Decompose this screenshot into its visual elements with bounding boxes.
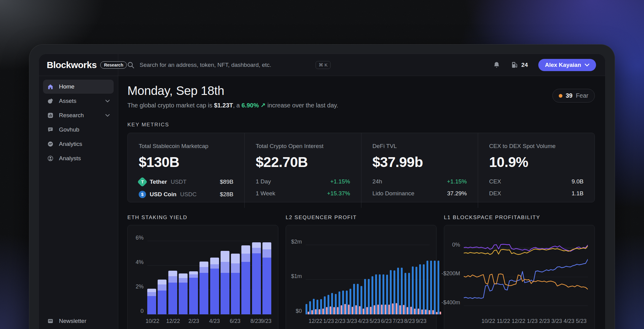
- x-axis-tick: 3/23: [551, 318, 562, 324]
- x-axis-tick: 8/23: [251, 318, 261, 324]
- metric-row-label: 24h: [372, 178, 382, 185]
- coin-ticker: USDT: [171, 179, 187, 185]
- metric-row: DEX 1.1B: [489, 190, 584, 197]
- sidebar-item-govhub[interactable]: Govhub: [43, 123, 114, 137]
- metric-row-label: 1 Week: [256, 190, 275, 197]
- bar-segment-top-yield: [221, 251, 229, 262]
- metric-card: Total Crypto Open Interest $22.70B 1 Day…: [244, 133, 361, 208]
- research-icon: [47, 112, 54, 119]
- x-axis-tick: 9/23: [416, 318, 426, 324]
- bar-revenue: [364, 279, 366, 314]
- sidebar-item-research[interactable]: Research: [43, 108, 114, 122]
- bar-revenue: [412, 266, 414, 314]
- bar-pair: [430, 261, 434, 314]
- metric-row-value: $28B: [220, 191, 233, 198]
- bar-segment-top-yield: [158, 280, 166, 284]
- bar-segment-mid-yield: [241, 254, 250, 262]
- bar-revenue: [404, 273, 406, 314]
- sidebar-item-label: Newsletter: [59, 318, 86, 324]
- y-axis-tick: 6%: [136, 235, 144, 241]
- bar-revenue: [371, 276, 373, 314]
- bar-pair: [327, 295, 331, 314]
- bar-pair: [412, 266, 415, 314]
- chart-title-eth-staking: ETH STAKING YIELD: [127, 215, 278, 221]
- metric-value: 10.9%: [489, 154, 584, 170]
- bar-pair: [382, 274, 386, 314]
- bar-pair: [397, 268, 401, 314]
- fear-greed-badge[interactable]: 39 Fear: [552, 89, 595, 103]
- bars: [147, 238, 271, 314]
- bar-pair: [419, 264, 423, 314]
- key-metrics-card: Total Stablecoin Marketcap $130B T Tethe…: [127, 133, 595, 202]
- bar-segment-mid-yield: [189, 274, 198, 278]
- bar-revenue: [349, 289, 351, 314]
- metric-row: $ USD Coin USDC $28B: [139, 191, 233, 198]
- stacked-bar: [241, 245, 250, 314]
- stacked-bar: [147, 289, 156, 314]
- market-cap-change: 6.90%: [242, 102, 259, 109]
- search-input[interactable]: [140, 62, 311, 68]
- fear-value: 39: [566, 92, 573, 99]
- x-axis: 10/2212/222/234/236/238/239/23: [147, 318, 271, 326]
- plot-area: $2m$1m$0: [306, 238, 430, 314]
- search-bar[interactable]: ⌘ K: [118, 54, 493, 76]
- bar-revenue: [360, 286, 362, 314]
- logo[interactable]: Blockworks Research: [39, 54, 118, 76]
- section-label-key-metrics: KEY METRICS: [127, 122, 595, 128]
- summary-text: , a: [233, 102, 242, 109]
- y-axis-tick: -$200M: [441, 270, 460, 277]
- usdc-icon: $: [139, 191, 146, 198]
- bar-pair: [360, 286, 364, 314]
- sidebar-item-assets[interactable]: Assets: [43, 94, 114, 108]
- metric-card: DeFi TVL $37.99b 24h +1.15% Lido Dominan…: [361, 133, 478, 208]
- gas-value: 24: [521, 62, 528, 68]
- chevron-down-icon: [105, 99, 110, 103]
- gas-tracker[interactable]: 24: [511, 61, 528, 69]
- metric-label: CEX to DEX Spot Volume: [489, 143, 584, 150]
- sidebar-item-analysts[interactable]: Analysts: [43, 151, 114, 165]
- bar-pair: [426, 261, 430, 314]
- metric-card: CEX to DEX Spot Volume 10.9% CEX 9.0B DE…: [478, 133, 595, 208]
- fear-label: Fear: [576, 92, 588, 99]
- bar-pair: [346, 291, 349, 314]
- app-window: Blockworks Research ⌘ K 24: [38, 54, 606, 329]
- charts-row: 6%4%2%010/2212/222/234/236/238/239/23 $2…: [127, 225, 595, 329]
- bar-revenue: [401, 268, 403, 314]
- bar-pair: [309, 301, 313, 314]
- y-axis-tick: 2%: [136, 284, 144, 290]
- bell-icon[interactable]: [493, 61, 500, 69]
- bar-revenue: [386, 275, 388, 314]
- coin-name: Tether: [150, 179, 167, 185]
- bar-revenue: [434, 261, 436, 314]
- x-axis-tick: 5/23: [576, 318, 587, 324]
- l2-sequencer-profit-chart: $2m$1m$012/221/232/233/234/235/236/237/2…: [286, 225, 437, 329]
- bar-pair: [408, 273, 412, 314]
- home-icon: [47, 83, 54, 90]
- user-menu-button[interactable]: Alex Kayaian: [538, 59, 596, 71]
- metric-row-value: +15.37%: [327, 190, 350, 197]
- bar-segment-base-yield: [221, 273, 229, 314]
- sidebar-item-newsletter[interactable]: Newsletter: [43, 314, 114, 328]
- bar-cost: [440, 312, 441, 314]
- sidebar-footer: Newsletter: [43, 314, 114, 328]
- bar-revenue: [382, 274, 384, 314]
- bar-segment-top-yield: [179, 273, 188, 278]
- bar-revenue: [419, 264, 421, 314]
- stacked-bar: [252, 242, 261, 314]
- bar-pair: [353, 284, 357, 314]
- sidebar-item-analytics[interactable]: Analytics: [43, 137, 114, 151]
- bar-revenue: [426, 261, 428, 314]
- bars: [306, 238, 430, 314]
- title-row: Monday, Sep 18th The global crypto marke…: [127, 84, 595, 109]
- sidebar-item-label: Analytics: [59, 141, 82, 147]
- plot-area: 0%-$200M-$400m: [464, 238, 588, 314]
- bar-pair: [393, 270, 397, 314]
- metric-row: 24h +1.15%: [372, 178, 467, 185]
- metric-label: Total Stablecoin Marketcap: [139, 143, 233, 150]
- sidebar-item-home[interactable]: Home: [43, 80, 114, 94]
- bar-revenue: [317, 300, 318, 314]
- x-axis-tick: 9/23: [261, 318, 272, 324]
- bar-revenue: [397, 268, 399, 314]
- sidebar-item-label: Research: [59, 112, 84, 119]
- sidebar-nav: HomeAssetsResearchGovhubAnalyticsAnalyst…: [43, 80, 114, 165]
